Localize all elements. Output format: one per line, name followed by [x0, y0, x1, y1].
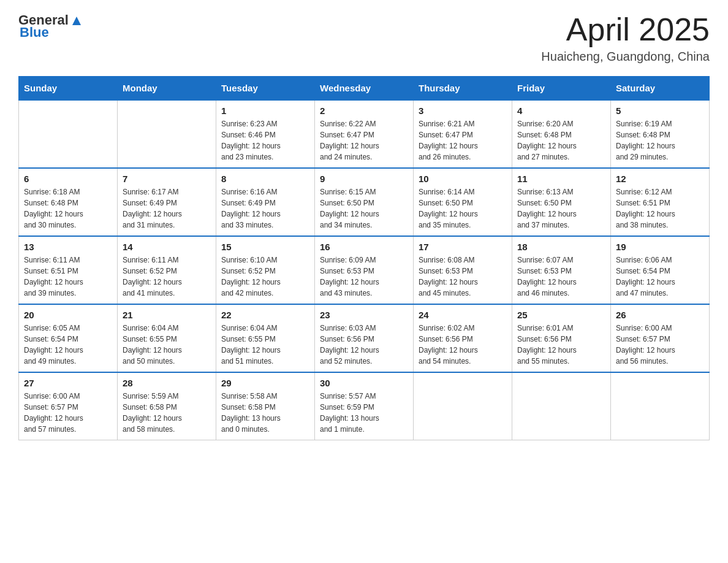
day-number: 11 [517, 174, 605, 184]
week-row-1: 1Sunrise: 6:23 AM Sunset: 6:46 PM Daylig… [19, 100, 710, 168]
day-info: Sunrise: 6:16 AM Sunset: 6:49 PM Dayligh… [221, 186, 309, 231]
table-row: 9Sunrise: 6:15 AM Sunset: 6:50 PM Daylig… [315, 168, 414, 236]
table-row: 23Sunrise: 6:03 AM Sunset: 6:56 PM Dayli… [315, 304, 414, 372]
day-number: 9 [320, 174, 408, 184]
day-number: 21 [123, 310, 211, 320]
day-info: Sunrise: 6:23 AM Sunset: 6:46 PM Dayligh… [221, 118, 309, 163]
table-row: 14Sunrise: 6:11 AM Sunset: 6:52 PM Dayli… [118, 236, 216, 304]
week-row-4: 20Sunrise: 6:05 AM Sunset: 6:54 PM Dayli… [19, 304, 710, 372]
day-info: Sunrise: 6:07 AM Sunset: 6:53 PM Dayligh… [517, 255, 605, 299]
day-info: Sunrise: 6:18 AM Sunset: 6:48 PM Dayligh… [24, 186, 112, 231]
table-row: 7Sunrise: 6:17 AM Sunset: 6:49 PM Daylig… [118, 168, 216, 236]
day-info: Sunrise: 6:00 AM Sunset: 6:57 PM Dayligh… [616, 323, 704, 367]
day-number: 22 [221, 310, 309, 320]
table-row: 4Sunrise: 6:20 AM Sunset: 6:48 PM Daylig… [512, 100, 611, 168]
day-number: 26 [616, 310, 704, 320]
header-saturday: Saturday [611, 77, 710, 101]
table-row: 2Sunrise: 6:22 AM Sunset: 6:47 PM Daylig… [315, 100, 414, 168]
week-row-5: 27Sunrise: 6:00 AM Sunset: 6:57 PM Dayli… [19, 372, 710, 440]
day-info: Sunrise: 6:22 AM Sunset: 6:47 PM Dayligh… [320, 118, 408, 163]
day-info: Sunrise: 6:19 AM Sunset: 6:48 PM Dayligh… [616, 118, 704, 163]
day-number: 2 [320, 105, 408, 116]
table-row: 29Sunrise: 5:58 AM Sunset: 6:58 PM Dayli… [216, 372, 315, 440]
day-number: 30 [320, 378, 408, 388]
header-tuesday: Tuesday [216, 77, 315, 101]
table-row: 6Sunrise: 6:18 AM Sunset: 6:48 PM Daylig… [19, 168, 118, 236]
logo-blue: Blue [20, 25, 49, 40]
table-row: 22Sunrise: 6:04 AM Sunset: 6:55 PM Dayli… [216, 304, 315, 372]
day-info: Sunrise: 6:17 AM Sunset: 6:49 PM Dayligh… [123, 186, 211, 231]
day-info: Sunrise: 5:57 AM Sunset: 6:59 PM Dayligh… [320, 391, 408, 435]
logo-triangle-icon [70, 14, 83, 28]
day-info: Sunrise: 5:59 AM Sunset: 6:58 PM Dayligh… [123, 391, 211, 435]
day-info: Sunrise: 6:13 AM Sunset: 6:50 PM Dayligh… [517, 186, 605, 231]
table-row [414, 372, 512, 440]
logo: General Blue [18, 12, 83, 40]
table-row: 21Sunrise: 6:04 AM Sunset: 6:55 PM Dayli… [118, 304, 216, 372]
day-info: Sunrise: 6:06 AM Sunset: 6:54 PM Dayligh… [616, 255, 704, 299]
header-monday: Monday [118, 77, 216, 101]
day-info: Sunrise: 6:15 AM Sunset: 6:50 PM Dayligh… [320, 186, 408, 231]
day-number: 29 [221, 378, 309, 388]
day-info: Sunrise: 6:04 AM Sunset: 6:55 PM Dayligh… [123, 323, 211, 367]
table-row: 20Sunrise: 6:05 AM Sunset: 6:54 PM Dayli… [19, 304, 118, 372]
day-number: 5 [616, 105, 704, 116]
day-number: 7 [123, 174, 211, 184]
day-info: Sunrise: 6:08 AM Sunset: 6:53 PM Dayligh… [419, 255, 507, 299]
table-row: 18Sunrise: 6:07 AM Sunset: 6:53 PM Dayli… [512, 236, 611, 304]
table-row [19, 100, 118, 168]
week-row-2: 6Sunrise: 6:18 AM Sunset: 6:48 PM Daylig… [19, 168, 710, 236]
day-number: 6 [24, 174, 112, 184]
day-number: 19 [616, 242, 704, 252]
header-thursday: Thursday [414, 77, 512, 101]
day-number: 25 [517, 310, 605, 320]
calendar-header-row: SundayMondayTuesdayWednesdayThursdayFrid… [19, 77, 710, 101]
day-number: 15 [221, 242, 309, 252]
day-info: Sunrise: 6:03 AM Sunset: 6:56 PM Dayligh… [320, 323, 408, 367]
header-wednesday: Wednesday [315, 77, 414, 101]
day-info: Sunrise: 6:10 AM Sunset: 6:52 PM Dayligh… [221, 255, 309, 299]
day-info: Sunrise: 6:11 AM Sunset: 6:51 PM Dayligh… [24, 255, 112, 299]
title-block: April 2025 Huaicheng, Guangdong, China [541, 12, 710, 64]
day-info: Sunrise: 6:02 AM Sunset: 6:56 PM Dayligh… [419, 323, 507, 367]
day-number: 10 [419, 174, 507, 184]
day-number: 20 [24, 310, 112, 320]
table-row [512, 372, 611, 440]
table-row: 12Sunrise: 6:12 AM Sunset: 6:51 PM Dayli… [611, 168, 710, 236]
table-row: 13Sunrise: 6:11 AM Sunset: 6:51 PM Dayli… [19, 236, 118, 304]
table-row: 3Sunrise: 6:21 AM Sunset: 6:47 PM Daylig… [414, 100, 512, 168]
table-row: 17Sunrise: 6:08 AM Sunset: 6:53 PM Dayli… [414, 236, 512, 304]
page-header: General Blue April 2025 Huaicheng, Guang… [18, 12, 710, 64]
table-row: 30Sunrise: 5:57 AM Sunset: 6:59 PM Dayli… [315, 372, 414, 440]
header-friday: Friday [512, 77, 611, 101]
day-info: Sunrise: 6:00 AM Sunset: 6:57 PM Dayligh… [24, 391, 112, 435]
table-row: 10Sunrise: 6:14 AM Sunset: 6:50 PM Dayli… [414, 168, 512, 236]
day-number: 28 [123, 378, 211, 388]
table-row: 24Sunrise: 6:02 AM Sunset: 6:56 PM Dayli… [414, 304, 512, 372]
table-row: 16Sunrise: 6:09 AM Sunset: 6:53 PM Dayli… [315, 236, 414, 304]
day-number: 17 [419, 242, 507, 252]
day-info: Sunrise: 6:11 AM Sunset: 6:52 PM Dayligh… [123, 255, 211, 299]
day-info: Sunrise: 5:58 AM Sunset: 6:58 PM Dayligh… [221, 391, 309, 435]
table-row [118, 100, 216, 168]
day-number: 27 [24, 378, 112, 388]
month-title: April 2025 [541, 12, 710, 47]
week-row-3: 13Sunrise: 6:11 AM Sunset: 6:51 PM Dayli… [19, 236, 710, 304]
table-row: 26Sunrise: 6:00 AM Sunset: 6:57 PM Dayli… [611, 304, 710, 372]
table-row: 27Sunrise: 6:00 AM Sunset: 6:57 PM Dayli… [19, 372, 118, 440]
table-row: 28Sunrise: 5:59 AM Sunset: 6:58 PM Dayli… [118, 372, 216, 440]
day-number: 12 [616, 174, 704, 184]
day-info: Sunrise: 6:04 AM Sunset: 6:55 PM Dayligh… [221, 323, 309, 367]
table-row: 11Sunrise: 6:13 AM Sunset: 6:50 PM Dayli… [512, 168, 611, 236]
table-row: 8Sunrise: 6:16 AM Sunset: 6:49 PM Daylig… [216, 168, 315, 236]
day-number: 1 [221, 105, 309, 116]
day-info: Sunrise: 6:01 AM Sunset: 6:56 PM Dayligh… [517, 323, 605, 367]
day-number: 13 [24, 242, 112, 252]
day-info: Sunrise: 6:20 AM Sunset: 6:48 PM Dayligh… [517, 118, 605, 163]
day-number: 23 [320, 310, 408, 320]
location-subtitle: Huaicheng, Guangdong, China [541, 50, 710, 64]
day-info: Sunrise: 6:14 AM Sunset: 6:50 PM Dayligh… [419, 186, 507, 231]
day-number: 24 [419, 310, 507, 320]
table-row: 19Sunrise: 6:06 AM Sunset: 6:54 PM Dayli… [611, 236, 710, 304]
day-info: Sunrise: 6:05 AM Sunset: 6:54 PM Dayligh… [24, 323, 112, 367]
